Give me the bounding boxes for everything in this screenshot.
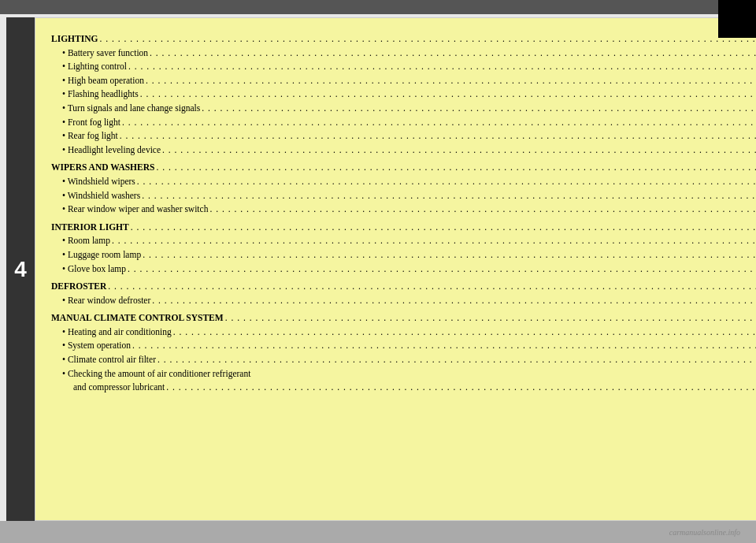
toc-dot-leader: . . . . . . . . . . . . . . . . . . . . …: [202, 102, 756, 116]
toc-dot-leader: . . . . . . . . . . . . . . . . . . . . …: [108, 280, 756, 294]
toc-line: WIPERS AND WASHERS . . . . . . . . . . .…: [51, 161, 756, 175]
chapter-tab: 4: [6, 17, 35, 521]
toc-dot-leader: . . . . . . . . . . . . . . . . . . . . …: [122, 116, 756, 130]
toc-dot-leader: . . . . . . . . . . . . . . . . . . . . …: [143, 248, 756, 262]
toc-entry-label: • Luggage room lamp: [51, 248, 141, 262]
toc-entry-label: • Room lamp: [51, 234, 110, 248]
toc-line: • Lighting control . . . . . . . . . . .…: [51, 60, 756, 74]
toc-line: • Front fog light . . . . . . . . . . . …: [51, 116, 756, 130]
toc-entry-label: DEFROSTER: [51, 280, 106, 294]
toc-line: INTERIOR LIGHT . . . . . . . . . . . . .…: [51, 221, 756, 235]
toc-dot-leader: . . . . . . . . . . . . . . . . . . . . …: [225, 311, 756, 325]
toc-line: • Heating and air conditioning . . . . .…: [51, 325, 756, 340]
toc-entry-label: LIGHTING: [51, 32, 98, 46]
toc-entry-label: • Climate control air filter: [51, 353, 156, 367]
toc-entry-label: • Rear window wiper and washer switch: [51, 203, 208, 217]
toc-entry-label: • Rear window defroster: [51, 294, 150, 308]
toc-dot-leader: . . . . . . . . . . . . . . . . . . . . …: [99, 32, 756, 46]
toc-entry-label: • Flashing headlights: [51, 87, 139, 102]
toc-entry-label: • Rear fog light: [51, 129, 118, 143]
toc-line: • Rear window defroster . . . . . . . . …: [51, 294, 756, 308]
toc-line: MANUAL CLIMATE CONTROL SYSTEM . . . . . …: [51, 311, 756, 325]
toc-dot-leader: . . . . . . . . . . . . . . . . . . . . …: [112, 234, 756, 248]
toc-entry-label: and compressor lubricant: [51, 381, 165, 395]
toc-dot-leader: . . . . . . . . . . . . . . . . . . . . …: [152, 294, 756, 308]
toc-dot-leader: . . . . . . . . . . . . . . . . . . . . …: [132, 339, 756, 353]
toc-entry-label: • Windshield washers: [51, 189, 140, 203]
toc-line: • Battery saver function . . . . . . . .…: [51, 46, 756, 61]
toc-line: • Turn signals and lane change signals .…: [51, 102, 756, 116]
toc-line: • Checking the amount of air conditioner…: [51, 367, 756, 381]
toc-line: • Windshield wipers . . . . . . . . . . …: [51, 175, 756, 189]
toc-line: • Rear window wiper and washer switch . …: [51, 203, 756, 217]
watermark-text: carmanualsonline.info: [669, 528, 740, 537]
toc-dot-leader: . . . . . . . . . . . . . . . . . . . . …: [158, 353, 756, 367]
toc-entry-label: • Battery saver function: [51, 46, 148, 61]
toc-line: • System operation . . . . . . . . . . .…: [51, 339, 756, 353]
chapter-marker-box: [718, 0, 756, 38]
toc-entry-label: MANUAL CLIMATE CONTROL SYSTEM: [51, 311, 224, 325]
toc-dot-leader: . . . . . . . . . . . . . . . . . . . . …: [131, 221, 756, 235]
toc-dot-leader: . . . . . . . . . . . . . . . . . . . . …: [162, 143, 756, 158]
toc-line: LIGHTING . . . . . . . . . . . . . . . .…: [51, 32, 756, 46]
toc-line: • Rear fog light . . . . . . . . . . . .…: [51, 129, 756, 143]
toc-line: • Room lamp . . . . . . . . . . . . . . …: [51, 234, 756, 248]
toc-dot-leader: . . . . . . . . . . . . . . . . . . . . …: [128, 262, 756, 277]
toc-line: • Headlight leveling device . . . . . . …: [51, 143, 756, 158]
toc-entry-label: • Turn signals and lane change signals: [51, 102, 200, 116]
toc-dot-leader: . . . . . . . . . . . . . . . . . . . . …: [173, 325, 756, 340]
chapter-number: 4: [14, 257, 27, 282]
toc-dot-leader: . . . . . . . . . . . . . . . . . . . . …: [166, 381, 756, 395]
toc-entry-label: INTERIOR LIGHT: [51, 221, 129, 235]
left-column: LIGHTING . . . . . . . . . . . . . . . .…: [51, 32, 756, 509]
toc-entry-label: WIPERS AND WASHERS: [51, 161, 154, 175]
toc-entry-label: • Headlight leveling device: [51, 143, 161, 158]
bottom-bar: carmanualsonline.info: [0, 521, 756, 543]
toc-line: • Climate control air filter . . . . . .…: [51, 353, 756, 367]
toc-entry-label: • Front fog light: [51, 116, 120, 130]
toc-line: • Luggage room lamp . . . . . . . . . . …: [51, 248, 756, 262]
toc-dot-leader: . . . . . . . . . . . . . . . . . . . . …: [209, 203, 756, 217]
toc-entry-label: • Heating and air conditioning: [51, 325, 172, 340]
toc-line: • High beam operation . . . . . . . . . …: [51, 74, 756, 88]
toc-line: • Glove box lamp . . . . . . . . . . . .…: [51, 262, 756, 277]
toc-entry-label: • Windshield wipers: [51, 175, 135, 189]
toc-line: DEFROSTER . . . . . . . . . . . . . . . …: [51, 280, 756, 294]
toc-entry-label: • Glove box lamp: [51, 262, 126, 277]
toc-dot-leader: . . . . . . . . . . . . . . . . . . . . …: [142, 189, 756, 203]
toc-line: • Flashing headlights . . . . . . . . . …: [51, 87, 756, 102]
toc-dot-leader: . . . . . . . . . . . . . . . . . . . . …: [120, 129, 756, 143]
page-wrapper: 4 LIGHTING . . . . . . . . . . . . . . .…: [0, 0, 756, 543]
toc-entry-label: • System operation: [51, 339, 131, 353]
toc-entry-label: • Checking the amount of air conditioner…: [51, 367, 250, 381]
toc-dot-leader: . . . . . . . . . . . . . . . . . . . . …: [137, 175, 756, 189]
toc-entry-label: • High beam operation: [51, 74, 144, 88]
toc-line: and compressor lubricant . . . . . . . .…: [51, 381, 756, 395]
main-content: LIGHTING . . . . . . . . . . . . . . . .…: [35, 17, 756, 521]
toc-dot-leader: . . . . . . . . . . . . . . . . . . . . …: [128, 60, 756, 74]
toc-dot-leader: . . . . . . . . . . . . . . . . . . . . …: [150, 46, 756, 61]
top-bar: [0, 0, 756, 14]
toc-dot-leader: . . . . . . . . . . . . . . . . . . . . …: [140, 87, 756, 102]
toc-dot-leader: . . . . . . . . . . . . . . . . . . . . …: [146, 74, 756, 88]
toc-entry-label: • Lighting control: [51, 60, 127, 74]
toc-line: • Windshield washers . . . . . . . . . .…: [51, 189, 756, 203]
toc-dot-leader: . . . . . . . . . . . . . . . . . . . . …: [156, 161, 756, 175]
content-area: 4 LIGHTING . . . . . . . . . . . . . . .…: [6, 17, 750, 521]
